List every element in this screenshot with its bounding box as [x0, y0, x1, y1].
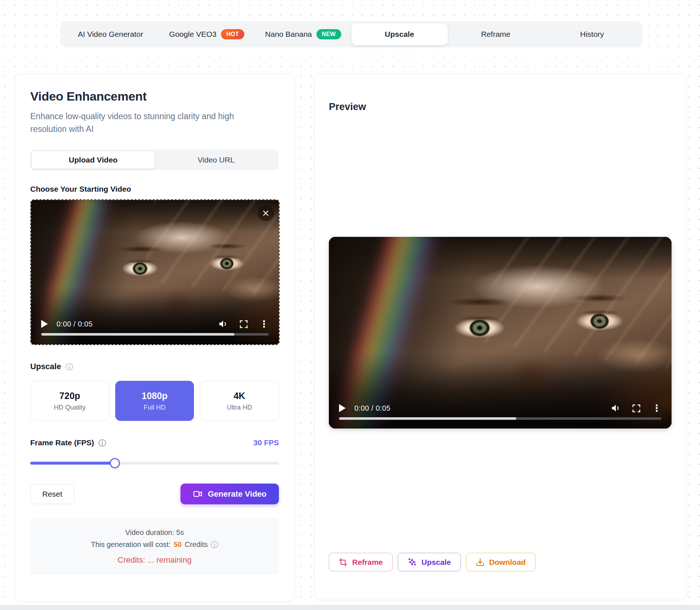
controls-shade — [31, 287, 279, 344]
cost-value: 50 — [174, 540, 182, 549]
video-progress-bar[interactable] — [339, 417, 661, 420]
more-options-icon[interactable]: ⋮ — [259, 319, 269, 329]
time-display: 0:00 / 0:05 — [354, 404, 390, 412]
hot-badge: HOT — [221, 29, 245, 39]
frame-rate-label: Frame Rate (FPS) — [30, 438, 94, 447]
buffered-bar — [41, 333, 234, 336]
time-display: 0:00 / 0:05 — [57, 320, 93, 328]
nav-label: History — [580, 30, 604, 39]
volume-icon[interactable] — [611, 403, 621, 413]
nav-nano-banana[interactable]: Nano Banana NEW — [255, 23, 351, 45]
page-title: Video Enhancement — [30, 89, 279, 103]
option-1080p[interactable]: 1080p Full HD — [115, 381, 194, 421]
nav-label: Upscale — [385, 30, 414, 39]
download-icon — [476, 558, 485, 567]
play-icon[interactable] — [339, 404, 346, 412]
video-controls: 0:00 / 0:05 ⋮ — [31, 319, 279, 329]
reframe-button[interactable]: Reframe — [329, 553, 393, 571]
info-icon[interactable]: ⓘ — [211, 541, 218, 548]
preview-action-row: Reframe Upscale Download — [329, 553, 672, 571]
resolution-options: 720p HD Quality 1080p Full HD 4K Ultra H… — [30, 381, 279, 421]
volume-icon[interactable] — [218, 319, 228, 329]
page-bottom-strip — [0, 605, 700, 610]
credits-remaining-text: Credits: ... remaining — [38, 555, 272, 565]
nav-history[interactable]: History — [544, 23, 640, 45]
download-button[interactable]: Download — [466, 553, 536, 571]
nav-label: Nano Banana — [265, 30, 312, 39]
nav-label: AI Video Generator — [78, 30, 143, 39]
video-controls: 0:00 / 0:05 ⋮ — [329, 403, 672, 413]
reset-button[interactable]: Reset — [30, 484, 74, 504]
video-duration-text: Video duration: 5s — [38, 528, 272, 537]
source-tab-group: Upload Video Video URL — [30, 150, 279, 170]
video-camera-icon — [193, 489, 203, 499]
close-icon — [262, 210, 269, 217]
preview-video-player: 0:00 / 0:05 ⋮ — [329, 237, 672, 429]
play-icon[interactable] — [41, 320, 48, 328]
upscale-section-label: Upscale — [30, 362, 61, 371]
slider-thumb[interactable] — [110, 458, 120, 468]
nav-reframe[interactable]: Reframe — [448, 23, 544, 45]
nav-upscale[interactable]: Upscale — [351, 23, 448, 45]
upscale-button[interactable]: Upscale — [398, 553, 461, 571]
page-subtitle: Enhance low-quality videos to stunning c… — [30, 110, 242, 135]
nav-google-veo3[interactable]: Google VEO3 HOT — [159, 23, 255, 45]
generate-video-button[interactable]: Generate Video — [180, 484, 279, 504]
video-progress-bar[interactable] — [41, 333, 269, 336]
sparkles-icon — [408, 558, 417, 567]
remove-video-button[interactable] — [258, 205, 274, 221]
video-frame-preview — [329, 237, 672, 429]
video-enhancement-panel: Video Enhancement Enhance low-quality vi… — [15, 74, 295, 602]
slider-fill — [30, 462, 115, 465]
frame-rate-value: 30 FPS — [253, 438, 279, 447]
info-icon[interactable]: ⓘ — [65, 363, 73, 371]
light-streaks — [484, 237, 672, 371]
new-badge: NEW — [316, 29, 341, 39]
fullscreen-icon[interactable] — [632, 404, 641, 413]
crop-icon — [339, 558, 347, 567]
option-720p[interactable]: 720p HD Quality — [30, 381, 109, 421]
info-icon[interactable]: ⓘ — [98, 439, 106, 447]
slider-track[interactable] — [30, 462, 279, 465]
generation-cost-text: This generation will cost: 50 Credits ⓘ — [38, 540, 272, 549]
main-content: Video Enhancement Enhance low-quality vi… — [0, 47, 700, 602]
nav-label: Google VEO3 — [169, 30, 217, 39]
nav-label: Reframe — [481, 30, 511, 39]
tab-video-url[interactable]: Video URL — [155, 151, 277, 169]
generation-cost-box: Video duration: 5s This generation will … — [30, 518, 279, 575]
more-options-icon[interactable]: ⋮ — [652, 403, 661, 413]
tab-upload-video[interactable]: Upload Video — [32, 151, 155, 169]
frame-rate-slider[interactable] — [30, 458, 279, 468]
fullscreen-icon[interactable] — [239, 320, 248, 329]
preview-panel: Preview 0:00 / 0:05 ⋮ — [314, 74, 687, 600]
top-nav: AI Video Generator Google VEO3 HOT Nano … — [60, 21, 642, 47]
nav-ai-video-generator[interactable]: AI Video Generator — [62, 23, 159, 45]
option-4k[interactable]: 4K Ultra HD — [200, 381, 279, 421]
choose-video-label: Choose Your Starting Video — [30, 185, 279, 193]
uploaded-video-player: 0:00 / 0:05 ⋮ — [30, 199, 280, 345]
preview-title: Preview — [329, 101, 672, 113]
buffered-bar — [339, 417, 516, 420]
